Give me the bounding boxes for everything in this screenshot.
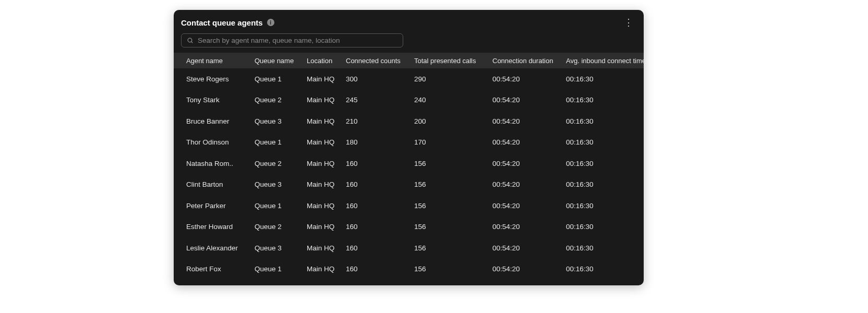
cell-total-calls: 240 [414,96,492,104]
cell-duration: 00:54:20 [492,202,566,210]
col-agent-name[interactable]: Agent name [186,57,255,65]
cell-total-calls: 290 [414,75,492,83]
cell-avg-connect: 00:16:30 [566,160,644,167]
cell-duration: 00:54:20 [492,223,566,231]
cell-duration: 00:54:20 [492,265,566,273]
cell-connected: 160 [346,265,414,273]
cell-duration: 00:54:20 [492,75,566,83]
col-connected[interactable]: Connected counts [346,57,414,65]
cell-duration: 00:54:20 [492,244,566,252]
cell-location: Main HQ [307,180,346,188]
contact-queue-agents-panel: Contact queue agents i ⋮ Agent name Queu… [174,10,644,285]
cell-connected: 210 [346,117,414,125]
search-row [174,33,644,53]
cell-duration: 00:54:20 [492,96,566,104]
cell-queue-name: Queue 3 [255,244,307,252]
cell-duration: 00:54:20 [492,117,566,125]
cell-agent-name: Esther Howard [186,223,255,231]
search-box[interactable] [181,33,403,47]
cell-avg-connect: 00:16:30 [566,244,644,252]
cell-connected: 160 [346,223,414,231]
table-row[interactable]: Natasha Rom..Queue 2Main HQ16015600:54:2… [174,153,644,174]
table-header-row: Agent name Queue name Location Connected… [174,53,644,68]
cell-connected: 160 [346,202,414,210]
svg-point-0 [188,38,192,42]
agents-table: Agent name Queue name Location Connected… [174,53,644,280]
cell-location: Main HQ [307,160,346,167]
table-row[interactable]: Tony StarkQueue 2Main HQ24524000:54:2000… [174,90,644,111]
cell-queue-name: Queue 2 [255,223,307,231]
col-total-calls[interactable]: Total presented calls [414,57,492,65]
cell-location: Main HQ [307,265,346,273]
cell-connected: 245 [346,96,414,104]
cell-avg-connect: 00:16:30 [566,180,644,188]
search-icon [187,37,194,44]
table-row[interactable]: Peter ParkerQueue 1Main HQ16015600:54:20… [174,195,644,216]
info-icon[interactable]: i [267,19,274,26]
cell-avg-connect: 00:16:30 [566,202,644,210]
cell-connected: 160 [346,180,414,188]
cell-location: Main HQ [307,138,346,146]
cell-avg-connect: 00:16:30 [566,96,644,104]
cell-total-calls: 156 [414,180,492,188]
table-row[interactable]: Clint BartonQueue 3Main HQ16015600:54:20… [174,174,644,196]
kebab-menu-icon[interactable]: ⋮ [621,17,636,28]
cell-connected: 180 [346,138,414,146]
cell-duration: 00:54:20 [492,138,566,146]
cell-queue-name: Queue 2 [255,96,307,104]
cell-avg-connect: 00:16:30 [566,75,644,83]
cell-queue-name: Queue 1 [255,75,307,83]
cell-avg-connect: 00:16:30 [566,265,644,273]
cell-agent-name: Clint Barton [186,180,255,188]
col-avg-connect[interactable]: Avg. inbound connect time [566,57,644,65]
cell-avg-connect: 00:16:30 [566,117,644,125]
agents-table-scroll[interactable]: Agent name Queue name Location Connected… [174,53,644,285]
table-row[interactable]: Thor OdinsonQueue 1Main HQ18017000:54:20… [174,132,644,153]
cell-agent-name: Thor Odinson [186,138,255,146]
cell-location: Main HQ [307,244,346,252]
table-row[interactable]: Bruce BannerQueue 3Main HQ21020000:54:20… [174,111,644,132]
cell-total-calls: 156 [414,160,492,167]
cell-location: Main HQ [307,223,346,231]
cell-queue-name: Queue 1 [255,138,307,146]
table-row[interactable]: Leslie AlexanderQueue 3Main HQ16015600:5… [174,237,644,259]
table-row[interactable]: Steve RogersQueue 1Main HQ30029000:54:20… [174,68,644,90]
table-row[interactable]: Esther HowardQueue 2Main HQ16015600:54:2… [174,216,644,238]
cell-location: Main HQ [307,202,346,210]
cell-total-calls: 156 [414,265,492,273]
cell-queue-name: Queue 3 [255,180,307,188]
cell-total-calls: 156 [414,244,492,252]
col-queue-name[interactable]: Queue name [255,57,307,65]
panel-title: Contact queue agents [181,18,263,27]
cell-queue-name: Queue 1 [255,265,307,273]
table-body: Steve RogersQueue 1Main HQ30029000:54:20… [174,68,644,280]
cell-queue-name: Queue 2 [255,160,307,167]
cell-queue-name: Queue 1 [255,202,307,210]
cell-connected: 160 [346,160,414,167]
cell-agent-name: Steve Rogers [186,75,255,83]
cell-avg-connect: 00:16:30 [566,223,644,231]
cell-total-calls: 156 [414,223,492,231]
col-duration[interactable]: Connection duration [492,57,566,65]
cell-location: Main HQ [307,117,346,125]
cell-agent-name: Leslie Alexander [186,244,255,252]
search-input[interactable] [198,37,397,44]
cell-avg-connect: 00:16:30 [566,138,644,146]
cell-location: Main HQ [307,96,346,104]
cell-agent-name: Bruce Banner [186,117,255,125]
svg-line-1 [191,42,193,43]
panel-header: Contact queue agents i ⋮ [174,10,644,33]
cell-total-calls: 200 [414,117,492,125]
cell-duration: 00:54:20 [492,160,566,167]
table-row[interactable]: Robert FoxQueue 1Main HQ16015600:54:2000… [174,259,644,280]
cell-duration: 00:54:20 [492,180,566,188]
col-location[interactable]: Location [307,57,346,65]
cell-location: Main HQ [307,75,346,83]
cell-connected: 300 [346,75,414,83]
cell-connected: 160 [346,244,414,252]
cell-agent-name: Natasha Rom.. [186,160,255,167]
cell-total-calls: 156 [414,202,492,210]
cell-agent-name: Tony Stark [186,96,255,104]
cell-agent-name: Robert Fox [186,265,255,273]
cell-agent-name: Peter Parker [186,202,255,210]
